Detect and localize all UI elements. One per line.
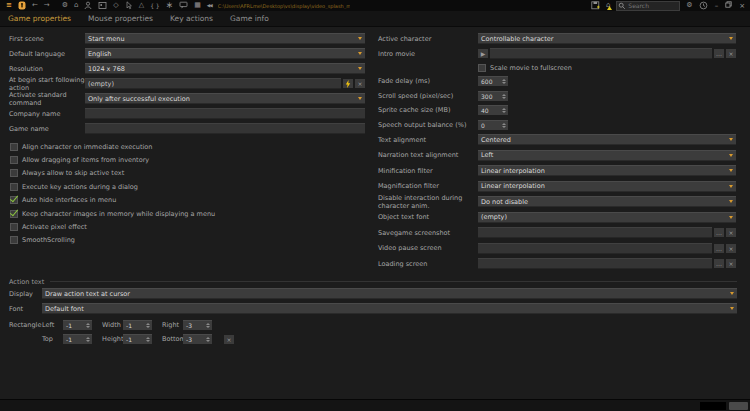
option-skip-text[interactable]: Always allow to skip active text bbox=[10, 167, 365, 180]
tab-game-info[interactable]: Game info bbox=[230, 14, 269, 23]
particles-icon[interactable]: ∗ bbox=[166, 0, 174, 11]
option-allow-dragging[interactable]: Allow dragging of items from inventory bbox=[10, 153, 365, 166]
object-text-font-dropdown[interactable]: (empty) bbox=[478, 212, 736, 223]
option-pixel-effect[interactable]: Activate pixel effect bbox=[10, 220, 365, 233]
option-key-actions-dialog[interactable]: Execute key actions during a dialog bbox=[10, 180, 365, 193]
interfaces-icon[interactable]: ◇ bbox=[113, 0, 118, 11]
first-scene-dropdown[interactable]: Start menu bbox=[85, 33, 365, 44]
standard-command-dropdown[interactable]: Only after successful execution bbox=[85, 93, 365, 104]
intro-movie-browse-button[interactable]: … bbox=[714, 49, 724, 58]
rect-left-stepper[interactable]: -1 bbox=[63, 320, 92, 330]
loading-screen-clear-button[interactable]: × bbox=[726, 259, 736, 268]
checkbox[interactable] bbox=[10, 183, 18, 191]
option-align-character[interactable]: Align character on immediate execution bbox=[10, 140, 365, 153]
tab-game-properties[interactable]: Game properties bbox=[8, 14, 71, 23]
cursor-icon[interactable] bbox=[125, 0, 133, 11]
stepper-arrows-icon[interactable] bbox=[206, 323, 210, 328]
magnification-filter-dropdown[interactable]: Linear interpolation bbox=[478, 181, 736, 192]
option-auto-hide-interfaces[interactable]: Auto hide interfaces in menu bbox=[10, 194, 365, 207]
stepper-arrows-icon[interactable] bbox=[206, 337, 210, 342]
close-button[interactable]: × bbox=[739, 2, 745, 10]
stepper-arrows-icon[interactable] bbox=[502, 108, 506, 113]
rectangle-clear-button[interactable]: × bbox=[224, 335, 234, 344]
speech-balance-stepper[interactable]: 0 bbox=[478, 120, 508, 130]
scroll-speed-stepper[interactable]: 300 bbox=[478, 91, 508, 101]
search-input[interactable] bbox=[626, 2, 678, 9]
video-pause-clear-button[interactable]: × bbox=[726, 244, 736, 253]
option-keep-character-images[interactable]: Keep character images in memory while di… bbox=[10, 207, 365, 220]
options-gear-icon[interactable]: ⚙ bbox=[686, 0, 692, 11]
history-clock-icon[interactable] bbox=[699, 0, 708, 11]
rewind-icon[interactable]: ◀◀ bbox=[207, 0, 212, 11]
checkbox[interactable] bbox=[10, 143, 18, 151]
sprite-cache-stepper[interactable]: 40 bbox=[478, 105, 508, 115]
warning-icon[interactable]: △ bbox=[139, 0, 144, 11]
default-language-dropdown[interactable]: English bbox=[85, 48, 365, 59]
play-movie-button[interactable]: ▶ bbox=[478, 49, 488, 58]
begin-action-input[interactable]: (empty) bbox=[85, 78, 341, 89]
objects-icon[interactable] bbox=[98, 0, 107, 11]
begin-action-clear-button[interactable]: × bbox=[355, 79, 365, 88]
menu-icon[interactable]: ≡ bbox=[6, 0, 12, 11]
stepper-arrows-icon[interactable] bbox=[502, 94, 506, 99]
loading-screen-browse-button[interactable]: … bbox=[714, 259, 724, 268]
display-dropdown[interactable]: Draw action text at cursor bbox=[42, 288, 737, 299]
company-name-input[interactable] bbox=[85, 108, 365, 119]
checkbox[interactable] bbox=[10, 236, 18, 244]
field-row-standard-command: Activate standard command Only after suc… bbox=[9, 91, 365, 106]
forward-icon[interactable]: → bbox=[44, 0, 50, 11]
option-smooth-scrolling[interactable]: SmoothScrolling bbox=[10, 234, 365, 247]
stepper-arrows-icon[interactable] bbox=[146, 323, 150, 328]
savegame-screenshot-input[interactable] bbox=[478, 227, 712, 238]
stepper-arrows-icon[interactable] bbox=[502, 123, 506, 128]
back-icon[interactable]: ← bbox=[32, 0, 38, 11]
scripts-icon[interactable]: { } bbox=[150, 0, 160, 11]
text-alignment-dropdown[interactable]: Centered bbox=[478, 134, 736, 145]
stepper-arrows-icon[interactable] bbox=[86, 337, 90, 342]
rect-width-stepper[interactable]: -1 bbox=[123, 320, 152, 330]
characters-icon[interactable] bbox=[84, 0, 92, 11]
search-box[interactable] bbox=[616, 1, 680, 11]
loading-screen-input[interactable] bbox=[478, 258, 712, 269]
stepper-arrows-icon[interactable] bbox=[86, 323, 90, 328]
option-scale-movie[interactable]: Scale movie to fullscreen bbox=[478, 61, 572, 74]
status-indicator-grip[interactable] bbox=[729, 402, 748, 410]
scenes-icon[interactable]: ⌂ bbox=[74, 0, 78, 11]
checkbox[interactable] bbox=[10, 169, 18, 177]
restore-button[interactable] bbox=[725, 1, 732, 10]
intro-movie-clear-button[interactable]: × bbox=[726, 49, 736, 58]
fade-delay-stepper[interactable]: 600 bbox=[478, 76, 508, 86]
video-pause-browse-button[interactable]: … bbox=[714, 244, 724, 253]
intro-movie-input[interactable] bbox=[490, 48, 712, 59]
narration-alignment-dropdown[interactable]: Left bbox=[478, 150, 736, 161]
disable-interaction-dropdown[interactable]: Do not disable bbox=[478, 196, 736, 207]
stepper-arrows-icon[interactable] bbox=[502, 79, 506, 84]
tab-key-actions[interactable]: Key actions bbox=[170, 14, 213, 23]
tab-mouse-properties[interactable]: Mouse properties bbox=[88, 14, 153, 23]
font-dropdown[interactable]: Default font bbox=[42, 303, 737, 314]
rect-height-stepper[interactable]: -1 bbox=[123, 334, 152, 344]
checkbox[interactable] bbox=[10, 156, 18, 164]
rect-top-stepper[interactable]: -1 bbox=[63, 334, 92, 344]
checkbox-checked[interactable] bbox=[10, 196, 18, 204]
rect-right-stepper[interactable]: -3 bbox=[183, 320, 212, 330]
stepper-arrows-icon[interactable] bbox=[146, 337, 150, 342]
savegame-screenshot-clear-button[interactable]: × bbox=[726, 228, 736, 237]
checkbox-checked[interactable] bbox=[10, 210, 18, 218]
video-pause-screen-input[interactable] bbox=[478, 243, 712, 254]
active-character-dropdown[interactable]: Controllable character bbox=[478, 33, 736, 44]
savegame-screenshot-browse-button[interactable]: … bbox=[714, 228, 724, 237]
checkbox[interactable] bbox=[10, 223, 18, 231]
game-settings-icon[interactable]: ⚙ bbox=[62, 0, 68, 11]
dialogs-icon[interactable] bbox=[179, 0, 188, 11]
minimize-button[interactable]: – bbox=[715, 2, 719, 10]
fonts-icon[interactable]: ▦ bbox=[194, 0, 201, 11]
checkbox[interactable] bbox=[478, 64, 486, 72]
action-bolt-button[interactable] bbox=[343, 79, 353, 88]
resolution-dropdown[interactable]: 1024 x 768 bbox=[85, 63, 365, 74]
export-home-icon[interactable]: ⌂ bbox=[606, 0, 610, 11]
rect-bottom-stepper[interactable]: -3 bbox=[183, 334, 212, 344]
minification-filter-dropdown[interactable]: Linear interpolation bbox=[478, 165, 736, 176]
save-icon[interactable] bbox=[591, 0, 600, 11]
game-name-input[interactable] bbox=[85, 123, 365, 134]
